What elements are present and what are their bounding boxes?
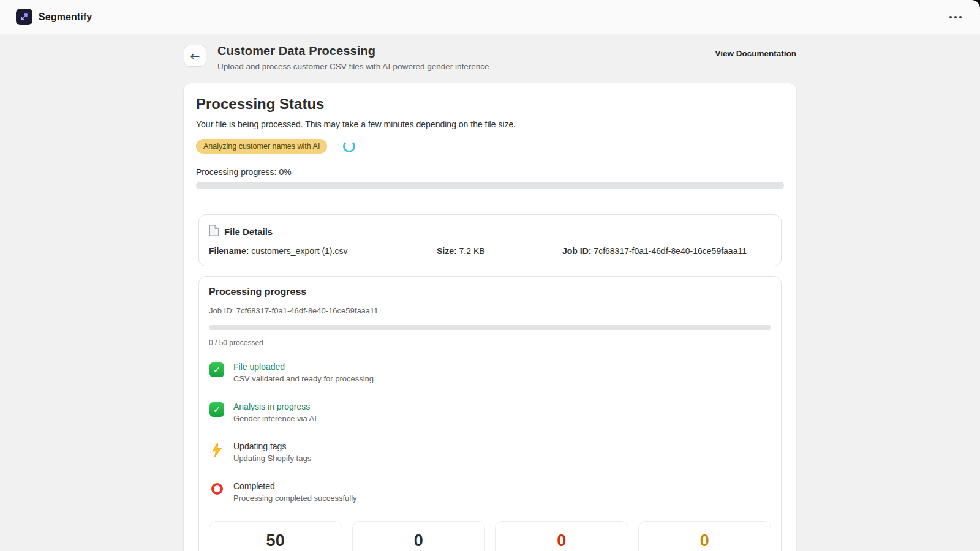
status-badge-row: Analyzing customer names with AI — [196, 139, 784, 154]
status-card-title: Processing Status — [196, 96, 784, 113]
file-icon — [209, 225, 219, 239]
loading-spinner-icon — [343, 140, 355, 152]
view-documentation-link[interactable]: View Documentation — [715, 49, 796, 58]
progress-steps: ✓ File uploaded CSV validated and ready … — [209, 362, 771, 503]
step-title: Analysis in progress — [233, 402, 317, 411]
top-bar: Segmentify — [0, 0, 980, 34]
file-details-card: File Details Filename: customers_export … — [198, 214, 782, 266]
file-detail-job-id: Job ID: 7cf68317-f0a1-46df-8e40-16ce59fa… — [562, 246, 771, 256]
stat-card: 0 — [352, 521, 486, 551]
window-corner — [970, 0, 980, 10]
job-id-line: Job ID: 7cf68317-f0a1-46df-8e40-16ce59fa… — [209, 306, 771, 315]
file-details-title: File Details — [224, 227, 273, 237]
arrow-left-icon: ← — [190, 50, 200, 62]
ellipsis-icon — [949, 16, 952, 18]
file-detail-size: Size: 7.2 KB — [437, 246, 562, 256]
page-subtitle: Upload and process customer CSV files wi… — [217, 62, 489, 71]
segmentify-logo-icon — [16, 9, 32, 25]
step-completed: Completed Processing completed successfu… — [209, 481, 771, 503]
page-content: ← Customer Data Processing Upload and pr… — [184, 34, 796, 551]
step-file-uploaded: ✓ File uploaded CSV validated and ready … — [209, 362, 771, 383]
stat-value: 0 — [646, 531, 764, 550]
app-name: Segmentify — [39, 12, 92, 23]
file-details-header: File Details — [209, 225, 771, 239]
page-title: Customer Data Processing — [217, 44, 489, 58]
progress-label: Processing progress: 0% — [196, 167, 784, 177]
app-brand: Segmentify — [16, 9, 92, 25]
green-check-icon: ✓ — [209, 402, 224, 417]
stat-cards-row: 50 0 0 0 — [209, 521, 771, 551]
page-header: ← Customer Data Processing Upload and pr… — [184, 44, 796, 71]
status-description: Your file is being processed. This may t… — [196, 119, 784, 129]
green-check-icon: ✓ — [209, 362, 224, 377]
processed-count: 0 / 50 processed — [209, 339, 771, 347]
processing-progress-card: Processing progress Job ID: 7cf68317-f0a… — [198, 276, 782, 551]
job-progress-bar — [209, 325, 771, 330]
step-title: File uploaded — [233, 362, 374, 372]
stat-card: 0 — [495, 521, 628, 551]
page-titles: Customer Data Processing Upload and proc… — [217, 44, 489, 71]
overflow-menu-button[interactable] — [947, 11, 964, 23]
step-title: Updating tags — [233, 441, 311, 451]
file-details-row: Filename: customers_export (1).csv Size:… — [209, 246, 771, 256]
stat-value: 50 — [217, 531, 334, 550]
back-button[interactable]: ← — [184, 45, 206, 67]
step-analysis-in-progress: ✓ Analysis in progress Gender inference … — [209, 402, 771, 423]
processing-progress-title: Processing progress — [209, 287, 771, 298]
step-subtitle: Gender inference via AI — [233, 414, 317, 423]
step-title: Completed — [233, 481, 357, 491]
file-detail-filename: Filename: customers_export (1).csv — [209, 246, 437, 256]
processing-status-card: Processing Status Your file is being pro… — [184, 83, 796, 551]
stat-value: 0 — [360, 531, 478, 550]
step-subtitle: Processing completed successfully — [233, 493, 357, 503]
step-updating-tags: Updating tags Updating Shopify tags — [209, 441, 771, 463]
red-circle-icon — [211, 483, 223, 495]
stat-card: 50 — [209, 521, 342, 551]
status-badge: Analyzing customer names with AI — [196, 139, 327, 154]
stat-value: 0 — [503, 531, 620, 550]
section-divider — [184, 204, 796, 204]
step-subtitle: Updating Shopify tags — [233, 454, 311, 463]
stat-card: 0 — [638, 521, 772, 551]
lightning-bolt-icon — [210, 442, 224, 463]
overall-progress-bar — [196, 182, 784, 189]
step-subtitle: CSV validated and ready for processing — [233, 374, 374, 383]
